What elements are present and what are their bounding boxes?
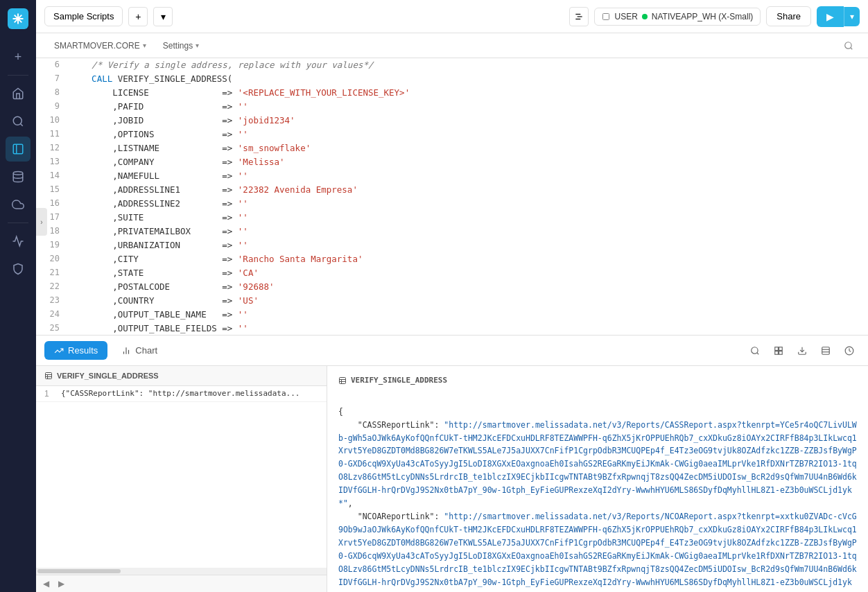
line-number: 8 [36, 86, 71, 100]
nav-worksheet-icon[interactable] [6, 137, 31, 162]
run-dropdown-button[interactable]: ▾ [844, 7, 860, 26]
app-logo[interactable] [8, 8, 28, 29]
code-line-14: 14 ,NAMEFULL => '' [36, 169, 868, 183]
line-content: ,CITY => 'Rancho Santa Margarita' [71, 252, 868, 266]
top-bar: Sample Scripts + ▾ USER NATIVEAPP_WH (X-… [36, 0, 868, 33]
nav-data-icon[interactable] [6, 164, 31, 189]
nav-cloud-icon[interactable] [6, 192, 31, 217]
line-number: 19 [36, 238, 71, 252]
line-content: ,POSTALCODE => '92688' [71, 280, 868, 294]
line-number: 24 [36, 308, 71, 322]
nav-separator-1 [8, 75, 28, 76]
svg-line-15 [757, 352, 759, 354]
filter-button[interactable] [569, 7, 589, 26]
snowflake-icon [12, 12, 24, 25]
db-label: SMARTMOVER.CORE [54, 41, 140, 51]
tab-label: Sample Scripts [53, 11, 114, 21]
table-row: 1 {"CASSReportLink": "http://smartmover.… [36, 386, 327, 402]
svg-rect-29 [340, 377, 346, 383]
scroll-right-button[interactable]: ▶ [54, 577, 68, 591]
line-number: 6 [36, 58, 71, 72]
results-content: VERIFY_SINGLE_ADDRESS 1 {"CASSReportLink… [36, 366, 868, 592]
left-results-panel: VERIFY_SINGLE_ADDRESS 1 {"CASSReportLink… [36, 366, 327, 592]
user-icon [602, 12, 610, 21]
db-selector[interactable]: SMARTMOVER.CORE ▾ [47, 38, 153, 53]
chart-tab[interactable]: Chart [112, 341, 167, 360]
top-bar-actions: USER NATIVEAPP_WH (X-Small) Share ▶ ▾ [569, 6, 860, 27]
code-line-12: 12 ,LISTNAME => 'sm_snowflake' [36, 141, 868, 155]
settings-label: Settings [163, 41, 193, 51]
line-number: 10 [36, 114, 71, 128]
collapse-panel-button[interactable]: › [36, 208, 47, 236]
share-button[interactable]: Share [766, 6, 811, 26]
user-badge[interactable]: USER NATIVEAPP_WH (X-Small) [594, 8, 761, 26]
line-content: ,OPTIONS => '' [71, 128, 868, 141]
sample-scripts-tab[interactable]: Sample Scripts [44, 6, 123, 26]
line-content: ,STATE => 'CA' [71, 266, 868, 280]
code-line-18: 18 ,PRIVATEMAILBOX => '' [36, 225, 868, 238]
code-line-24: 24 ,OUTPUT_TABLE_NAME => '' [36, 308, 868, 322]
db-chevron-icon: ▾ [143, 42, 146, 49]
code-line-15: 15 ,ADDRESSLINE1 => '22382 Avenida Empre… [36, 183, 868, 197]
svg-rect-8 [603, 13, 609, 19]
json-content: { "CASSReportLink": "http://smartmover.m… [338, 392, 857, 592]
svg-line-1 [20, 123, 22, 125]
status-dot [642, 14, 648, 19]
line-number: 12 [36, 141, 71, 155]
nav-home-icon[interactable] [6, 81, 31, 106]
line-content: /* Verify a single address, replace with… [71, 58, 868, 72]
line-content: ,ADDRESSLINE2 => '' [71, 197, 868, 211]
line-number: 22 [36, 280, 71, 294]
results-split-button[interactable] [768, 340, 789, 361]
table-icon-right [338, 376, 347, 385]
scroll-left-button[interactable]: ◀ [39, 577, 53, 591]
left-navigation: + [0, 0, 36, 592]
line-content: ,OUTPUT_TABLE_NAME => '' [71, 308, 868, 322]
line-content: ,NAMEFULL => '' [71, 169, 868, 183]
right-results-panel[interactable]: VERIFY_SINGLE_ADDRESS { "CASSReportLink"… [327, 366, 868, 592]
nav-activity-icon[interactable] [6, 229, 31, 254]
editor-search-button[interactable] [840, 37, 857, 54]
line-content: ,LISTNAME => 'sm_snowflake' [71, 141, 868, 155]
code-line-22: 22 ,POSTALCODE => '92688' [36, 280, 868, 294]
add-tab-button[interactable]: + [128, 7, 148, 26]
user-label: USER [614, 12, 637, 21]
code-line-16: 16 ,ADDRESSLINE2 => '' [36, 197, 868, 211]
svg-point-9 [845, 42, 851, 48]
results-layout-button[interactable] [815, 340, 836, 361]
line-content: ,COUNTRY => 'US' [71, 294, 868, 308]
tab-menu-button[interactable]: ▾ [153, 7, 173, 26]
results-clock-button[interactable] [839, 340, 860, 361]
results-search-button[interactable] [745, 340, 765, 361]
main-area: Sample Scripts + ▾ USER NATIVEAPP_WH (X-… [36, 0, 868, 592]
nav-add-icon[interactable]: + [6, 44, 31, 69]
line-content: ,COMPANY => 'Melissa' [71, 155, 868, 169]
row-number: 1 [44, 389, 61, 399]
code-line-17: 17 ,SUITE => '' [36, 211, 868, 225]
line-content: ,ADDRESSLINE1 => '22382 Avenida Empresa' [71, 183, 868, 197]
line-content: ,PAFID => '' [71, 100, 868, 114]
line-number: 7 [36, 72, 71, 86]
results-download-button[interactable] [792, 340, 813, 361]
svg-point-0 [13, 116, 21, 125]
results-tab[interactable]: Results [44, 341, 107, 360]
sub-navigation: SMARTMOVER.CORE ▾ Settings ▾ [36, 33, 868, 58]
settings-selector[interactable]: Settings ▾ [156, 38, 206, 53]
svg-rect-18 [775, 351, 779, 354]
line-number: 13 [36, 155, 71, 169]
content-area: SMARTMOVER.CORE ▾ Settings ▾ 6 /* Verify… [36, 33, 868, 592]
left-panel-body[interactable]: 1 {"CASSReportLink": "http://smartmover.… [36, 386, 327, 568]
run-button[interactable]: ▶ [817, 6, 844, 27]
line-content: ,JOBID => 'jobid1234' [71, 114, 868, 128]
line-content: ,URBANIZATION => '' [71, 238, 868, 252]
scroll-thumb[interactable] [37, 569, 121, 573]
right-panel-title: VERIFY_SINGLE_ADDRESS [351, 374, 447, 387]
svg-rect-19 [779, 351, 783, 354]
code-editor[interactable]: 6 /* Verify a single address, replace wi… [36, 58, 868, 336]
line-content: CALL VERIFY_SINGLE_ADDRESS( [71, 72, 868, 86]
horizontal-scrollbar[interactable] [36, 568, 327, 575]
results-icon [54, 346, 64, 356]
right-panel-header: VERIFY_SINGLE_ADDRESS [338, 374, 857, 387]
nav-search-icon[interactable] [6, 109, 31, 134]
nav-shield-icon[interactable] [6, 256, 31, 281]
